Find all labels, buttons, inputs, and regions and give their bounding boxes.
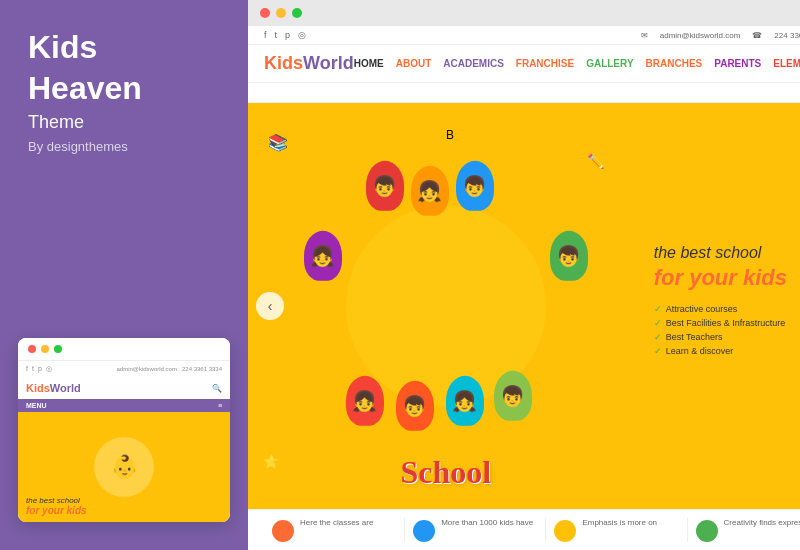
site-logo: KidsWorld [264,53,354,74]
right-panel: f t p ◎ ✉ admin@kidsworld.com ☎ 224 3361… [248,0,800,550]
mini-hero: 👶 the best school for your kids [18,412,230,522]
phone-icon: ☎ [752,31,762,40]
bottom-text-3: Emphasis is more on [582,518,657,527]
mini-browser-bar [18,338,230,361]
site-nav: KidsWorld HOME ABOUT ACADEMICS FRANCHISE… [248,45,800,83]
bottom-item-4: Creativity finds expression [688,518,800,542]
mini-twitter-icon: t [32,365,34,373]
logo-kids: Kids [264,53,303,73]
nav-about[interactable]: ABOUT [396,58,432,69]
mini-hamburger-icon: ≡ [218,402,222,409]
kid-2: 👧 [411,166,449,216]
hero-prev-button[interactable]: ‹ [256,292,284,320]
top-contact: ✉ admin@kidsworld.com ☎ 224 3361 3334 [641,31,800,40]
nav-elements[interactable]: ELEMENTS [773,58,800,69]
dot-green[interactable] [292,8,302,18]
instagram-icon[interactable]: ◎ [298,30,306,40]
nav-home[interactable]: HOME [354,58,384,69]
nav-links: HOME ABOUT ACADEMICS FRANCHISE GALLERY B… [354,58,800,69]
kid-7: 👦 [396,381,434,431]
hero-features-list: Attractive courses Best Facilities & Inf… [654,304,800,360]
mini-instagram-icon: ◎ [46,365,52,373]
mini-social-icons: f t p ◎ [26,365,52,373]
pinterest-icon[interactable]: p [285,30,290,40]
mini-menu-button[interactable]: MENU ≡ [18,399,230,412]
deco-book: 📚 [268,133,288,152]
kid-3: 👦 [456,161,494,211]
deco-b-letter: B [446,128,454,142]
hero-tagline-1: the best school [654,244,800,262]
search-bar-row: 🔍 [248,83,800,103]
mini-nav-bar: KidsWorld 🔍 [18,377,230,399]
theme-subtitle: Theme [28,112,220,133]
mini-dot-green [54,345,62,353]
browser-chrome [248,0,800,26]
bottom-item-1: Here the classes are [264,518,405,542]
feature-4: Learn & discover [654,346,800,356]
feature-3: Best Teachers [654,332,800,342]
nav-branches[interactable]: BRANCHES [646,58,703,69]
browser-content: f t p ◎ ✉ admin@kidsworld.com ☎ 224 3361… [248,26,800,550]
bottom-dot-1 [272,520,294,542]
nav-gallery[interactable]: GALLERY [586,58,633,69]
site-phone: 224 3361 3334 [774,31,800,40]
kids-group: 👦 👧 👦 👧 👦 👧 👦 👧 👦 [316,171,576,431]
mini-contact-info: admin@kidsworld.com 224 3361 3334 [116,366,222,372]
kid-9: 👦 [494,371,532,421]
bottom-item-2: More than 1000 kids have [405,518,546,542]
hero-left: 👦 👧 👦 👧 👦 👧 👦 👧 👦 School 📚 [248,103,644,509]
twitter-icon[interactable]: t [275,30,278,40]
bottom-dot-2 [413,520,435,542]
logo-world: World [303,53,354,73]
kid-8: 👧 [446,376,484,426]
nav-franchise[interactable]: FRANCHISE [516,58,574,69]
mini-preview: f t p ◎ admin@kidsworld.com 224 3361 333… [18,338,230,522]
hero-tagline-2: for your kids [654,266,800,290]
dot-red[interactable] [260,8,270,18]
kid-1: 👦 [366,161,404,211]
nav-parents[interactable]: PARENTS [714,58,761,69]
mini-facebook-icon: f [26,365,28,373]
theme-by: By designthemes [28,139,220,154]
bottom-item-3: Emphasis is more on [546,518,687,542]
feature-1: Attractive courses [654,304,800,314]
deco-star: ⭐ [263,454,279,469]
mini-kids-placeholder: 👶 [94,437,154,497]
mini-dot-red [28,345,36,353]
site-bottom-strip: Here the classes are More than 1000 kids… [248,509,800,550]
bottom-dot-3 [554,520,576,542]
site-top-bar: f t p ◎ ✉ admin@kidsworld.com ☎ 224 3361… [248,26,800,45]
feature-2: Best Facilities & Infrastructure [654,318,800,328]
nav-academics[interactable]: ACADEMICS [443,58,504,69]
hero-right-text: the best school for your kids Attractive… [644,103,800,509]
mini-pinterest-icon: p [38,365,42,373]
top-social-icons: f t p ◎ [264,30,306,40]
mini-top-bar: f t p ◎ admin@kidsworld.com 224 3361 333… [18,361,230,377]
site-email: admin@kidsworld.com [660,31,741,40]
facebook-icon[interactable]: f [264,30,267,40]
kid-5: 👦 [550,231,588,281]
bottom-text-1: Here the classes are [300,518,373,527]
kid-4: 👧 [304,231,342,281]
mini-hero-text: the best school for your kids [26,496,87,516]
kid-6: 👧 [346,376,384,426]
theme-title: Kids Heaven [28,30,220,112]
mini-search-icon[interactable]: 🔍 [212,384,222,393]
school-text: School [401,454,492,491]
mini-dot-yellow [41,345,49,353]
bottom-text-2: More than 1000 kids have [441,518,533,527]
deco-pencil: ✏️ [587,153,604,169]
site-hero: 👦 👧 👦 👧 👦 👧 👦 👧 👦 School 📚 [248,103,800,509]
dot-yellow[interactable] [276,8,286,18]
bottom-dot-4 [696,520,718,542]
mini-logo: KidsWorld [26,382,81,394]
left-panel: Kids Heaven Theme By designthemes f t p … [0,0,248,550]
bottom-text-4: Creativity finds expression [724,518,800,527]
email-icon: ✉ [641,31,648,40]
